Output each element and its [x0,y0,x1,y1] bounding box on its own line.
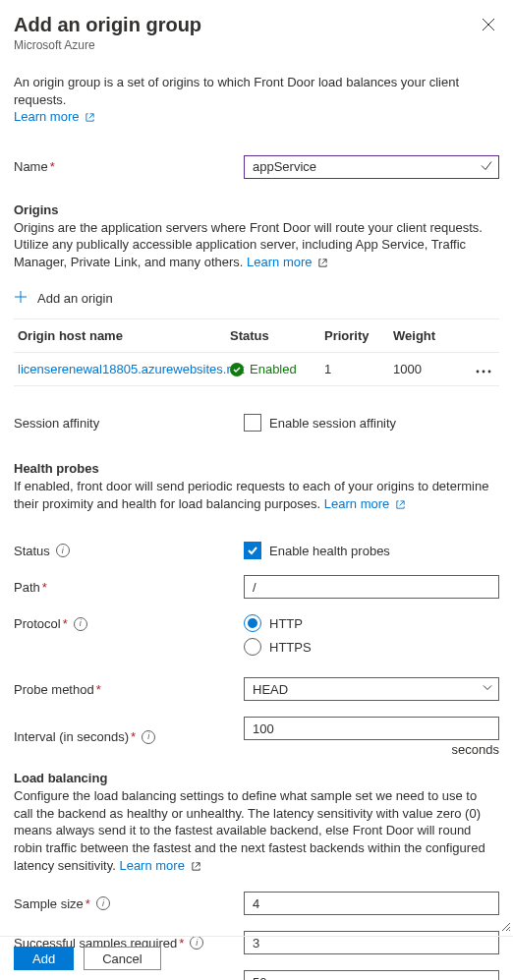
sample-size-input[interactable] [244,892,499,915]
name-input[interactable] [244,155,499,179]
info-icon[interactable]: i [74,617,87,631]
svg-point-0 [477,371,480,374]
intro-text: An origin group is a set of origins to w… [14,75,459,107]
required-indicator: * [86,896,90,911]
col-weight: Weight [393,328,460,343]
lb-desc: Configure the load balancing settings to… [14,788,485,872]
health-desc: If enabled, front door will send periodi… [14,479,488,511]
panel-title: Add an origin group [14,14,201,36]
origins-learn-more-link[interactable]: Learn more [247,255,328,269]
status-text: Enabled [250,362,297,376]
col-host: Origin host name [14,328,230,343]
origins-table: Origin host name Status Priority Weight … [14,318,499,386]
enable-health-label: Enable health probes [269,544,390,558]
status-badge: Enabled [230,362,324,376]
col-priority: Priority [324,328,393,343]
table-row: licenserenewal18805.azurewebsites.net En… [14,353,499,386]
session-affinity-chk-label: Enable session affinity [269,416,396,431]
sample-size-label: Sample size [14,896,84,911]
intro-learn-more-label: Learn more [14,109,79,124]
external-link-icon [85,110,95,128]
health-section-title: Health probes [14,461,499,476]
interval-label: Interval (in seconds) [14,729,129,744]
add-origin-label: Add an origin [37,291,113,306]
svg-point-2 [488,371,491,374]
name-label: Name [14,159,48,174]
session-affinity-label: Session affinity [14,416,99,431]
add-origin-button[interactable]: Add an origin [14,290,499,307]
origins-table-header: Origin host name Status Priority Weight [14,319,499,353]
protocol-http-label: HTTP [269,616,303,631]
row-more-button[interactable] [460,362,499,376]
protocol-http-radio[interactable]: HTTP [244,614,499,632]
ellipsis-icon [476,362,491,376]
external-link-icon [317,256,328,273]
origin-weight: 1000 [393,362,460,376]
path-input[interactable] [244,575,499,599]
lb-learn-more-link[interactable]: Learn more [119,858,200,873]
required-indicator: * [96,682,101,697]
lb-learn-more-label: Learn more [119,858,184,873]
interval-input[interactable] [244,717,499,740]
col-status: Status [230,328,324,343]
protocol-label: Protocol [14,616,61,631]
required-indicator: * [63,616,68,631]
required-indicator: * [42,580,47,595]
svg-point-1 [483,371,485,374]
origins-learn-more-label: Learn more [247,255,312,269]
info-icon[interactable]: i [56,544,70,557]
cancel-button[interactable]: Cancel [84,947,160,970]
protocol-https-radio[interactable]: HTTPS [244,638,499,656]
origins-section-title: Origins [14,202,499,217]
info-icon[interactable]: i [142,730,155,744]
enable-health-checkbox[interactable] [244,542,261,559]
panel-subtitle: Microsoft Azure [14,38,201,52]
check-circle-icon [230,363,244,376]
external-link-icon [191,859,201,877]
radio-icon [244,638,261,656]
probe-method-label: Probe method [14,682,94,697]
info-icon[interactable]: i [96,896,110,910]
interval-unit: seconds [244,742,499,757]
resize-handle-icon[interactable] [501,920,511,935]
required-indicator: * [50,159,55,174]
health-learn-more-link[interactable]: Learn more [324,496,406,511]
protocol-https-label: HTTPS [269,640,312,655]
intro-learn-more-link[interactable]: Learn more [14,109,95,124]
lb-section-title: Load balancing [14,771,499,785]
health-status-label: Status [14,544,50,558]
radio-icon [244,614,261,632]
session-affinity-checkbox[interactable] [244,414,261,432]
close-icon[interactable] [482,18,495,31]
origin-priority: 1 [324,362,393,376]
probe-method-select[interactable] [244,677,499,701]
plus-icon [14,290,28,307]
required-indicator: * [131,729,136,744]
origin-host-link[interactable]: licenserenewal18805.azurewebsites.net [18,362,245,376]
path-label: Path [14,580,40,595]
health-learn-more-label: Learn more [324,496,389,511]
external-link-icon [395,497,406,515]
add-button[interactable]: Add [14,947,74,970]
